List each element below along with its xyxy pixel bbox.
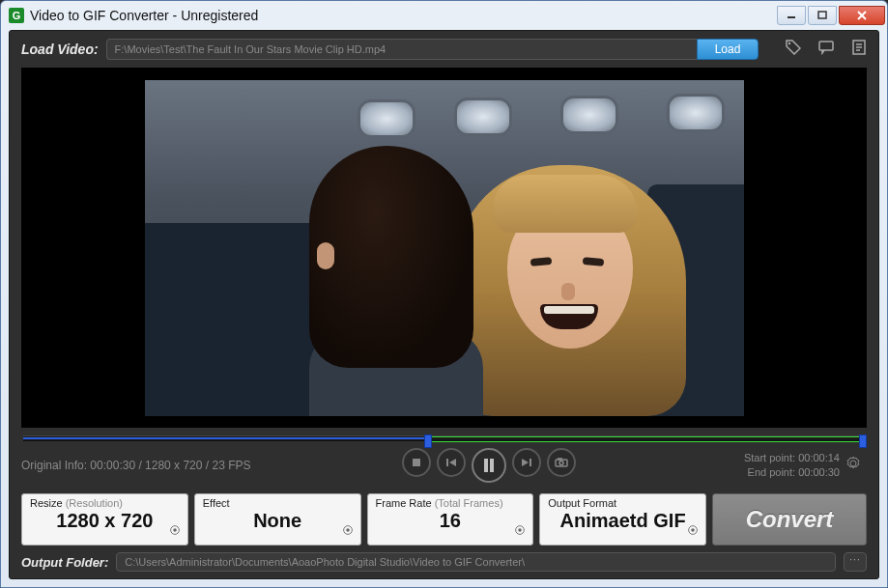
svg-point-21 (173, 528, 177, 532)
output-format-setting[interactable]: Output Format Animaetd GIF (539, 493, 706, 546)
register-icon[interactable] (851, 40, 867, 59)
convert-button[interactable]: Convert (712, 493, 867, 546)
start-point-label: Start point: (744, 452, 795, 463)
next-frame-button[interactable] (512, 448, 541, 477)
svg-rect-11 (446, 459, 448, 466)
svg-marker-12 (449, 459, 456, 466)
timeline-selection (427, 436, 865, 442)
video-preview[interactable] (21, 68, 867, 428)
svg-rect-10 (413, 459, 420, 466)
timeline (21, 428, 867, 441)
load-video-row: Load Video: F:\Movies\Test\The Fault In … (10, 31, 878, 68)
output-row: Output Folder: C:\Users\Administrator\Do… (10, 549, 878, 578)
output-title: Output Format (548, 497, 616, 509)
svg-point-23 (346, 528, 350, 532)
close-button[interactable] (839, 6, 885, 25)
svg-rect-16 (530, 459, 531, 466)
playback-controls (311, 448, 666, 483)
browse-button[interactable]: ··· (844, 552, 867, 572)
pause-button[interactable] (472, 448, 506, 483)
selection-start-handle[interactable] (424, 434, 432, 448)
timeline-progress (23, 437, 427, 439)
effect-setting[interactable]: Effect None (194, 493, 361, 546)
svg-point-25 (519, 528, 523, 532)
video-path-container: F:\Movies\Test\The Fault In Our Stars Mo… (106, 39, 759, 60)
effect-gear-icon[interactable] (341, 523, 355, 541)
framerate-gear-icon[interactable] (513, 523, 527, 541)
selection-end-handle[interactable] (859, 434, 867, 448)
settings-row: Resize (Resolution) 1280 x 720 Effect No… (10, 490, 878, 549)
output-folder-label: Output Folder: (21, 555, 108, 570)
svg-point-4 (788, 42, 790, 44)
output-folder-field[interactable]: C:\Users\Administrator\Documents\AoaoPho… (116, 552, 836, 572)
comment-icon[interactable] (818, 40, 834, 59)
output-value: Animaetd GIF (548, 510, 698, 532)
app-body: Load Video: F:\Movies\Test\The Fault In … (9, 30, 879, 579)
start-point-value: 00:00:14 (798, 452, 840, 463)
timeline-track[interactable] (23, 435, 865, 441)
window-controls (777, 6, 885, 25)
resize-value: 1280 x 720 (30, 510, 180, 532)
svg-rect-5 (819, 42, 833, 50)
svg-rect-19 (559, 458, 561, 460)
titlebar: G Video to GIF Converter - Unregistered (1, 1, 887, 30)
maximize-button[interactable] (808, 6, 837, 25)
app-window: G Video to GIF Converter - Unregistered … (0, 0, 888, 588)
svg-rect-13 (484, 459, 488, 472)
svg-point-27 (691, 528, 695, 532)
framerate-title: Frame Rate (376, 497, 432, 509)
snapshot-button[interactable] (547, 448, 576, 477)
video-frame (145, 80, 744, 416)
minimize-button[interactable] (777, 6, 806, 25)
end-point-label: End point: (748, 466, 796, 478)
effect-value: None (203, 510, 353, 532)
stop-button[interactable] (402, 448, 431, 477)
svg-point-18 (559, 462, 563, 465)
framerate-setting[interactable]: Frame Rate (Total Frames) 16 (367, 493, 534, 546)
window-title: Video to GIF Converter - Unregistered (30, 8, 777, 23)
resize-setting[interactable]: Resize (Resolution) 1280 x 720 (21, 493, 188, 546)
header-icons (786, 40, 867, 59)
output-gear-icon[interactable] (686, 523, 700, 541)
app-icon: G (9, 8, 24, 23)
svg-rect-1 (818, 12, 826, 18)
framerate-value: 16 (376, 510, 526, 532)
load-video-label: Load Video: (21, 42, 99, 57)
resize-title: Resize (30, 497, 63, 509)
selection-points: Start point: 00:00:14 End point: 00:00:3… (666, 451, 840, 480)
framerate-subtitle: (Total Frames) (435, 497, 503, 509)
prev-frame-button[interactable] (437, 448, 466, 477)
end-point-value: 00:00:30 (798, 466, 840, 478)
original-info: Original Info: 00:00:30 / 1280 x 720 / 2… (21, 459, 311, 472)
video-path-field[interactable]: F:\Movies\Test\The Fault In Our Stars Mo… (106, 39, 697, 60)
load-button[interactable]: Load (697, 39, 759, 60)
svg-marker-15 (522, 459, 529, 466)
resize-gear-icon[interactable] (168, 523, 182, 541)
points-settings-icon[interactable] (845, 456, 867, 475)
svg-rect-14 (490, 459, 494, 472)
effect-title: Effect (203, 497, 230, 509)
tag-icon[interactable] (786, 40, 801, 59)
resize-subtitle: (Resolution) (66, 497, 123, 509)
controls-row: Original Info: 00:00:30 / 1280 x 720 / 2… (10, 441, 878, 490)
